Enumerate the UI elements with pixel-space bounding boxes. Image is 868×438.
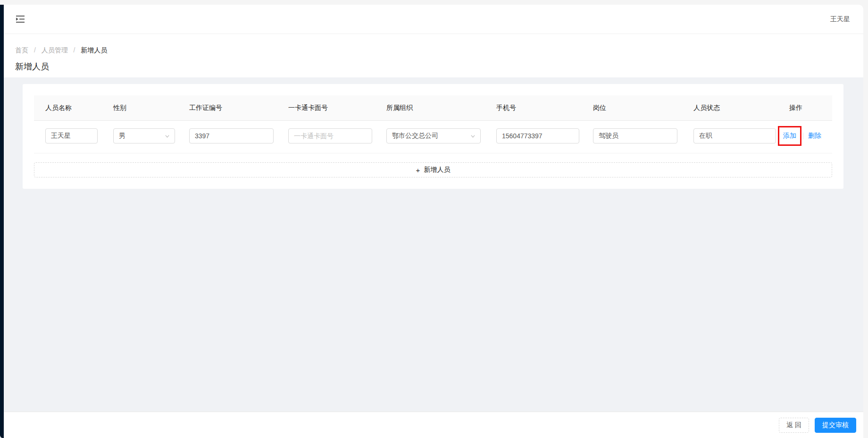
personnel-table: 人员名称 性别 工作证编号 一卡通卡面号 所属组织 手机号 岗位 人员状态 操作 — [34, 95, 832, 177]
name-input[interactable] — [45, 128, 98, 143]
add-person-row-button[interactable]: + 新增人员 — [34, 162, 832, 177]
screen: 王天星 首页 / 人员管理 / 新增人员 新增人员 人员名称 性别 — [0, 0, 868, 438]
chevron-down-icon — [470, 134, 476, 139]
submit-review-button[interactable]: 提交审核 — [815, 418, 856, 433]
chevron-down-icon — [165, 134, 170, 139]
personnel-form-card: 人员名称 性别 工作证编号 一卡通卡面号 所属组织 手机号 岗位 人员状态 操作 — [23, 84, 843, 189]
plus-icon: + — [416, 166, 420, 174]
work-id-input[interactable] — [189, 128, 274, 143]
collapsed-sidebar — [0, 5, 4, 438]
col-header-actions: 操作 — [782, 104, 832, 112]
current-user-name[interactable]: 王天星 — [830, 15, 854, 24]
gender-select[interactable]: 男 — [113, 128, 175, 143]
add-action-link[interactable]: 添加 — [783, 132, 796, 139]
col-header-work-id: 工作证编号 — [189, 104, 274, 112]
status-input[interactable] — [693, 128, 776, 143]
menu-unfold-icon-svg — [16, 16, 25, 23]
breadcrumb-current-page: 新增人员 — [81, 46, 107, 54]
breadcrumb-person-management[interactable]: 人员管理 — [42, 46, 68, 54]
footer-action-bar: 返 回 提交审核 — [0, 412, 863, 438]
organization-select-value: 鄂市公交总公司 — [392, 132, 438, 140]
col-header-organization: 所属组织 — [386, 104, 481, 112]
col-header-phone: 手机号 — [496, 104, 579, 112]
table-header-row: 人员名称 性别 工作证编号 一卡通卡面号 所属组织 手机号 岗位 人员状态 操作 — [34, 95, 832, 121]
breadcrumb-separator: / — [74, 46, 75, 54]
top-header-bar: 王天星 — [0, 5, 863, 34]
table-row: 男 — [34, 121, 832, 153]
organization-select[interactable]: 鄂市公交总公司 — [386, 128, 481, 143]
card-no-input[interactable] — [288, 128, 372, 143]
delete-action-link[interactable]: 删除 — [808, 132, 821, 140]
content-area: 人员名称 性别 工作证编号 一卡通卡面号 所属组织 手机号 岗位 人员状态 操作 — [0, 77, 863, 412]
add-person-row-button-label: 新增人员 — [424, 166, 450, 174]
back-button[interactable]: 返 回 — [779, 418, 809, 433]
app-window: 王天星 首页 / 人员管理 / 新增人员 新增人员 人员名称 性别 — [0, 5, 863, 438]
row-actions: 添加 删除 — [782, 132, 832, 140]
breadcrumb-home[interactable]: 首页 — [15, 46, 28, 54]
page-title: 新增人员 — [15, 61, 863, 72]
col-header-position: 岗位 — [593, 104, 677, 112]
col-header-status: 人员状态 — [693, 104, 776, 112]
gender-select-value: 男 — [119, 132, 125, 140]
col-header-gender: 性别 — [113, 104, 175, 112]
breadcrumb-separator: / — [34, 46, 36, 54]
actions-divider — [803, 133, 803, 139]
menu-unfold-icon[interactable] — [14, 14, 26, 25]
phone-input[interactable] — [496, 128, 579, 143]
breadcrumb: 首页 / 人员管理 / 新增人员 — [15, 46, 863, 55]
page-head-section: 首页 / 人员管理 / 新增人员 新增人员 — [0, 34, 863, 77]
position-input[interactable] — [593, 128, 677, 143]
col-header-card-no: 一卡通卡面号 — [288, 104, 372, 112]
col-header-name: 人员名称 — [45, 104, 98, 112]
